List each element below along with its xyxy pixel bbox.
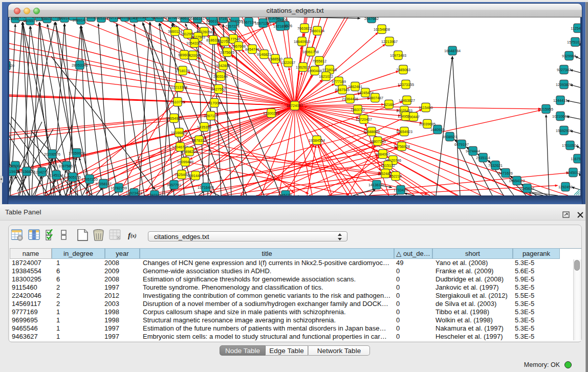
svg-text:1292450: 1292450 <box>558 185 573 189</box>
svg-text:16099489: 16099489 <box>177 160 193 164</box>
svg-text:10756928: 10756928 <box>394 144 410 149</box>
svg-text:12923448: 12923448 <box>126 191 142 195</box>
svg-text:18807249: 18807249 <box>369 139 386 144</box>
svg-text:12373155: 12373155 <box>398 82 414 87</box>
svg-text:646615: 646615 <box>179 17 191 20</box>
svg-text:7357224: 7357224 <box>225 24 239 29</box>
svg-text:16782759: 16782759 <box>111 186 127 190</box>
svg-text:20039695: 20039695 <box>419 122 435 126</box>
svg-text:8427552: 8427552 <box>211 87 226 92</box>
svg-text:16914479: 16914479 <box>187 173 204 178</box>
svg-text:15692901: 15692901 <box>556 128 572 133</box>
svg-text:17957255: 17957255 <box>81 177 98 182</box>
svg-text:7625402: 7625402 <box>175 172 189 177</box>
svg-text:14463627: 14463627 <box>399 98 415 103</box>
svg-text:1667134: 1667134 <box>242 20 256 25</box>
svg-text:15720407: 15720407 <box>356 117 372 122</box>
svg-text:12505135: 12505135 <box>64 175 81 180</box>
svg-text:1588520: 1588520 <box>268 57 282 61</box>
svg-text:13300273: 13300273 <box>263 111 279 116</box>
svg-text:7462461: 7462461 <box>348 84 362 89</box>
svg-text:9734028: 9734028 <box>322 68 337 72</box>
svg-text:19654923: 19654923 <box>396 129 412 134</box>
svg-text:10210643: 10210643 <box>552 114 569 119</box>
svg-text:6479197: 6479197 <box>454 142 469 147</box>
svg-text:1167533: 1167533 <box>571 157 580 161</box>
svg-text:8878332: 8878332 <box>192 138 206 143</box>
svg-text:10807487: 10807487 <box>367 96 383 100</box>
svg-text:1640935: 1640935 <box>430 127 445 132</box>
svg-text:252214: 252214 <box>389 174 402 179</box>
svg-text:17359934: 17359934 <box>69 151 85 156</box>
svg-text:3915934: 3915934 <box>9 169 19 174</box>
svg-text:9242848: 9242848 <box>216 63 230 68</box>
svg-text:16154808: 16154808 <box>374 27 390 32</box>
svg-text:9115460: 9115460 <box>419 105 432 110</box>
svg-text:18640910: 18640910 <box>294 39 310 44</box>
svg-text:12093873: 12093873 <box>556 82 572 87</box>
svg-text:17010504: 17010504 <box>562 143 578 148</box>
svg-text:989601: 989601 <box>178 53 190 57</box>
svg-text:14136141: 14136141 <box>368 183 385 187</box>
svg-text:21364436: 21364436 <box>342 97 358 101</box>
svg-text:8454749: 8454749 <box>245 47 259 52</box>
svg-text:1244415: 1244415 <box>553 98 568 103</box>
svg-text:18724007: 18724007 <box>287 103 303 108</box>
svg-text:10654112: 10654112 <box>509 179 525 183</box>
svg-text:10973493: 10973493 <box>390 53 406 58</box>
svg-text:16961758: 16961758 <box>302 50 319 54</box>
svg-text:9384067: 9384067 <box>376 152 390 157</box>
svg-text:7485063: 7485063 <box>396 68 410 72</box>
svg-text:12156829: 12156829 <box>18 169 35 174</box>
svg-text:9329966: 9329966 <box>562 54 576 58</box>
svg-text:2867608: 2867608 <box>231 44 246 49</box>
svg-text:6466161: 6466161 <box>190 17 205 21</box>
svg-text:10975867: 10975867 <box>58 164 75 168</box>
svg-text:1125419: 1125419 <box>571 26 580 31</box>
svg-text:9245612: 9245612 <box>520 186 534 191</box>
svg-text:1921890: 1921890 <box>273 24 288 29</box>
svg-text:3660124: 3660124 <box>168 29 182 34</box>
svg-text:1435359: 1435359 <box>197 125 211 129</box>
svg-text:9457791: 9457791 <box>167 183 181 187</box>
svg-text:1621022: 1621022 <box>319 74 333 79</box>
svg-text:10688609: 10688609 <box>363 129 380 134</box>
svg-text:12213967: 12213967 <box>381 39 398 44</box>
svg-text:1527602: 1527602 <box>165 17 180 20</box>
svg-text:1615132: 1615132 <box>381 163 395 168</box>
svg-text:7632621: 7632621 <box>488 163 503 168</box>
svg-text:8813054: 8813054 <box>266 17 280 20</box>
svg-text:17661020: 17661020 <box>9 63 14 68</box>
svg-text:1145134: 1145134 <box>49 173 63 178</box>
svg-text:1733426: 1733426 <box>394 188 408 192</box>
svg-text:3660124: 3660124 <box>310 29 324 33</box>
svg-text:9777169: 9777169 <box>332 79 346 84</box>
svg-text:3215955: 3215955 <box>539 107 553 112</box>
svg-text:20206576: 20206576 <box>44 152 60 157</box>
svg-text:1322037: 1322037 <box>281 60 295 65</box>
svg-text:12213363: 12213363 <box>171 85 187 90</box>
svg-text:7863722: 7863722 <box>351 107 365 112</box>
svg-text:(x): (x) <box>130 233 137 239</box>
svg-text:2803144: 2803144 <box>213 74 228 79</box>
svg-text:3267110: 3267110 <box>204 114 217 118</box>
svg-text:1292345: 1292345 <box>147 193 162 195</box>
svg-text:9146821: 9146821 <box>257 52 271 57</box>
svg-text:8938921: 8938921 <box>443 135 457 139</box>
svg-text:15751074: 15751074 <box>567 40 580 45</box>
svg-text:16648784: 16648784 <box>444 49 461 53</box>
svg-text:9245013: 9245013 <box>566 170 580 175</box>
svg-text:14498222: 14498222 <box>181 149 198 154</box>
svg-text:28053346: 28053346 <box>72 63 88 68</box>
svg-text:790447: 790447 <box>407 115 420 119</box>
svg-text:62160: 62160 <box>384 102 394 107</box>
svg-text:417006: 417006 <box>208 101 221 105</box>
svg-text:945779: 945779 <box>279 193 292 195</box>
svg-text:2935114: 2935114 <box>476 156 490 160</box>
svg-text:9474444: 9474444 <box>466 149 480 154</box>
svg-text:1610755: 1610755 <box>170 100 185 104</box>
svg-text:9227342: 9227342 <box>557 68 571 72</box>
svg-text:15716485: 15716485 <box>198 185 214 190</box>
svg-text:8471626: 8471626 <box>498 171 513 176</box>
svg-text:2087662: 2087662 <box>364 17 379 21</box>
